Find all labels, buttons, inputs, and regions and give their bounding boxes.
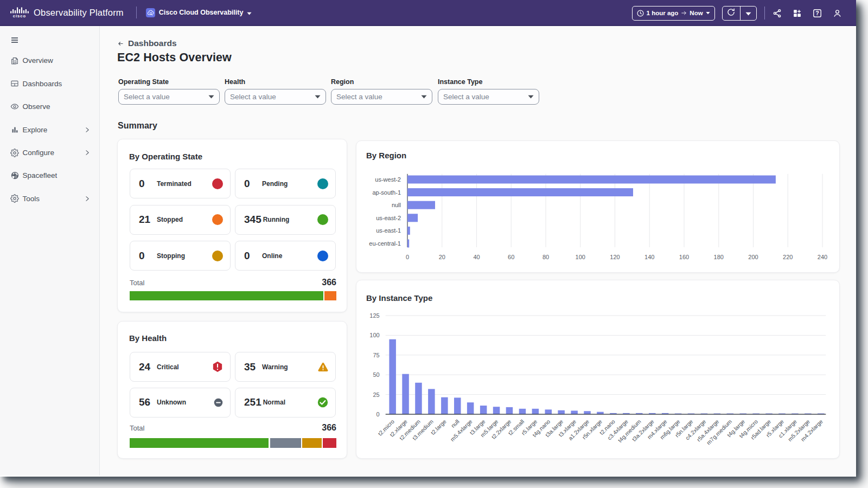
svg-text:0: 0 (376, 411, 380, 418)
svg-text:eu-central-1: eu-central-1 (369, 240, 401, 247)
svg-text:us-east-1: us-east-1 (376, 227, 401, 234)
svg-text:240: 240 (818, 254, 827, 260)
svg-text:125: 125 (369, 312, 379, 319)
svg-text:100: 100 (576, 254, 585, 260)
svg-text:ap-south-1: ap-south-1 (372, 189, 401, 196)
svg-text:50: 50 (373, 371, 379, 378)
svg-text:120: 120 (610, 254, 620, 260)
svg-text:75: 75 (373, 352, 379, 358)
svg-text:220: 220 (783, 254, 793, 260)
svg-text:160: 160 (679, 254, 689, 260)
svg-text:25: 25 (373, 391, 379, 398)
svg-text:null: null (392, 202, 401, 208)
svg-text:40: 40 (473, 254, 480, 260)
svg-text:60: 60 (508, 254, 514, 260)
svg-text:200: 200 (748, 254, 758, 260)
svg-text:0: 0 (406, 254, 409, 260)
svg-text:140: 140 (644, 254, 654, 260)
svg-text:180: 180 (714, 254, 724, 260)
svg-text:cisco: cisco (13, 14, 26, 18)
svg-text:us-east-2: us-east-2 (376, 215, 401, 221)
svg-text:?: ? (815, 10, 819, 16)
svg-text:100: 100 (369, 332, 379, 338)
svg-text:80: 80 (542, 254, 549, 260)
svg-text:20: 20 (439, 254, 445, 260)
svg-text:us-west-2: us-west-2 (375, 176, 401, 183)
